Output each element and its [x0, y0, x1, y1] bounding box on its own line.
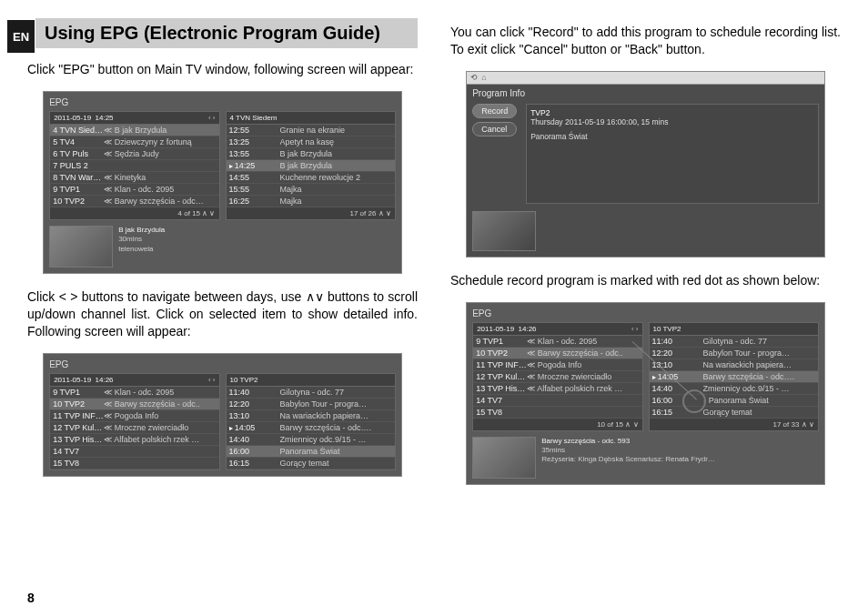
program-row[interactable]: 14:55Kuchenne rewolucje 2 [227, 172, 395, 184]
channel-row[interactable]: 13 TVP Historia≪ Alfabet polskich rzek … [473, 383, 641, 395]
channel-name: 13 TVP Historia [476, 384, 527, 393]
program-name: Gilotyna - odc. 77 [280, 388, 392, 397]
right-column: You can click "Record" to add this progr… [450, 18, 841, 598]
channel-row[interactable]: 10 TVP2≪ Barwy szczęścia - odc.. [473, 348, 641, 359]
program-time: 16:25 [229, 197, 280, 206]
epg-title: EPG [472, 308, 819, 318]
program-name: ≪ Alfabet polskich rzek … [104, 435, 216, 444]
channel-row[interactable]: 15 TV8 [50, 458, 218, 470]
channel-name: 12 TVP Kultura [476, 372, 527, 381]
program-row[interactable]: 14:40Zmiennicy odc.9/15 - … [650, 383, 818, 395]
channel-row[interactable]: 5 TV4≪ Dziewczyny z fortuną [50, 136, 218, 148]
channel-row[interactable]: 8 TVN Warsz…≪ Kinetyka [50, 172, 218, 184]
channel-row[interactable]: 9 TVP1≪ Klan - odc. 2095 [50, 387, 218, 399]
program-row[interactable]: 12:55Granie na ekranie [227, 125, 395, 136]
home-icon[interactable]: ⌂ [481, 73, 486, 82]
program-row[interactable]: 13:10Na wariackich papiera… [650, 359, 818, 371]
program-name: ≪ B jak Brzydula [104, 126, 216, 135]
detail-title: Barwy szczęścia - odc. 593 [541, 437, 819, 446]
channel-row[interactable]: 15 TV8 [473, 407, 641, 419]
channel-row[interactable]: 10 TVP2≪ Barwy szczęścia - odc… [50, 196, 218, 207]
program-time: 12:20 [229, 399, 280, 409]
program-name: Zmiennicy odc.9/15 - … [280, 435, 392, 444]
right-pane-header: 10 TVP2 [230, 376, 258, 384]
channel-row[interactable]: 12 TVP Kultura≪ Mroczne zwierciadło [50, 422, 218, 434]
program-row[interactable]: 12:20Babylon Tour - progra… [650, 348, 818, 359]
program-name: Panorama Świat [280, 447, 392, 456]
program-row[interactable]: 14:05Barwy szczęścia - odc…. [650, 371, 818, 383]
channel-row[interactable]: 4 TVN Siedem≪ B jak Brzydula [50, 125, 218, 136]
program-time: 14:55 [229, 173, 280, 182]
epg-time: 14:25 [96, 114, 114, 122]
pager-right[interactable]: 17 of 33 ∧ ∨ [650, 419, 818, 430]
pager-right[interactable]: 17 of 26 ∧ ∨ [227, 207, 395, 219]
program-time: 13:25 [229, 137, 280, 146]
program-row[interactable]: 16:15Gorący temat [227, 458, 395, 470]
back-icon[interactable]: ⟲ [470, 73, 478, 82]
program-name [527, 396, 639, 405]
screenshot-epg-1: EPG 2011-05-19 14:25 ‹ › 4 TVN Siedem≪ B… [43, 91, 402, 274]
channel-name: 15 TV8 [476, 408, 527, 417]
program-name: Granie na ekranie [280, 126, 392, 135]
program-name: ≪ Klan - odc. 2095 [527, 337, 639, 346]
screenshot-program-info: ⟲ ⌂ Program Info Record Cancel TVP2 Thur… [466, 71, 825, 258]
channel-row[interactable]: 14 TV7 [50, 446, 218, 458]
program-row[interactable]: 16:00Panorama Świat [650, 395, 818, 407]
program-row[interactable]: 13:55B jak Brzydula [227, 148, 395, 160]
pager-left[interactable]: 10 of 15 ∧ ∨ [473, 419, 641, 430]
epg-title: EPG [49, 97, 396, 107]
channel-name: 11 TVP INFO … [53, 411, 104, 420]
channel-row[interactable]: 14 TV7 [473, 395, 641, 407]
program-name: Zmiennicy odc.9/15 - … [703, 384, 815, 393]
program-name: Apetyt na kasę [280, 137, 392, 146]
program-row[interactable]: 16:15Gorący temat [650, 407, 818, 419]
channel-row[interactable]: 10 TVP2≪ Barwy szczęścia - odc.. [50, 399, 218, 410]
channel-row[interactable]: 13 TVP Historia≪ Alfabet polskich rzek … [50, 434, 218, 446]
channel-row[interactable]: 11 TVP INFO …≪ Pogoda Info [50, 410, 218, 422]
program-row[interactable]: 13:10Na wariackich papiera… [227, 410, 395, 422]
program-thumbnail [472, 437, 536, 479]
program-row[interactable]: 16:00Panorama Świat [227, 446, 395, 458]
channel-name: 8 TVN Warsz… [53, 173, 104, 182]
program-name: Barwy szczęścia - odc…. [703, 372, 815, 381]
channel-row[interactable]: 12 TVP Kultura≪ Mroczne zwierciadło [473, 371, 641, 383]
program-row[interactable]: 14:40Zmiennicy odc.9/15 - … [227, 434, 395, 446]
channel-name: 9 TVP1 [53, 185, 104, 194]
detail-title: B jak Brzydula [118, 226, 396, 235]
date-nav-icon[interactable]: ‹ › [208, 376, 216, 384]
epg-date: 2011-05-19 [54, 376, 91, 384]
program-row[interactable]: 11:40Gilotyna - odc. 77 [650, 336, 818, 348]
channel-name: 6 TV Puls [53, 149, 104, 158]
program-name: Kuchenne rewolucje 2 [280, 173, 392, 182]
channel-row[interactable]: 7 PULS 2 [50, 160, 218, 172]
program-row[interactable]: 11:40Gilotyna - odc. 77 [227, 387, 395, 399]
program-row[interactable]: 12:20Babylon Tour - progra… [227, 399, 395, 410]
channel-name: 9 TVP1 [53, 388, 104, 397]
date-nav-icon[interactable]: ‹ › [631, 325, 639, 333]
channel-row[interactable]: 9 TVP1≪ Klan - odc. 2095 [473, 336, 641, 348]
channel-row[interactable]: 11 TVP INFO …≪ Pogoda Info [473, 359, 641, 371]
program-name: Gilotyna - odc. 77 [703, 337, 815, 346]
dialog-title: Program Info [472, 88, 819, 98]
program-name: ≪ Kinetyka [104, 173, 216, 182]
program-name: ≪ Mroczne zwierciadło [527, 372, 639, 381]
channel-name: 4 TVN Siedem [53, 126, 104, 135]
pager-left[interactable]: 4 of 15 ∧ ∨ [50, 207, 218, 219]
paragraph-2: Click < > buttons to navigate between da… [27, 288, 418, 340]
program-name: ≪ Dziewczyny z fortuną [104, 137, 216, 146]
cancel-button[interactable]: Cancel [472, 122, 517, 136]
program-time: 13:10 [652, 360, 703, 369]
channel-row[interactable]: 9 TVP1≪ Klan - odc. 2095 [50, 184, 218, 196]
program-time: 16:00 [229, 447, 280, 456]
record-button[interactable]: Record [472, 104, 517, 118]
left-column: Using EPG (Electronic Program Guide) Cli… [27, 18, 418, 598]
program-name: ≪ Alfabet polskich rzek … [527, 384, 639, 393]
program-row[interactable]: 15:55Majka [227, 184, 395, 196]
program-row[interactable]: 16:25Majka [227, 196, 395, 207]
channel-row[interactable]: 6 TV Puls≪ Sędzia Judy [50, 148, 218, 160]
program-row[interactable]: 14:05Barwy szczęścia - odc…. [227, 422, 395, 434]
program-row[interactable]: 14:25B jak Brzydula [227, 160, 395, 172]
date-nav-icon[interactable]: ‹ › [208, 114, 216, 122]
page-number: 8 [27, 591, 35, 605]
program-row[interactable]: 13:25Apetyt na kasę [227, 136, 395, 148]
